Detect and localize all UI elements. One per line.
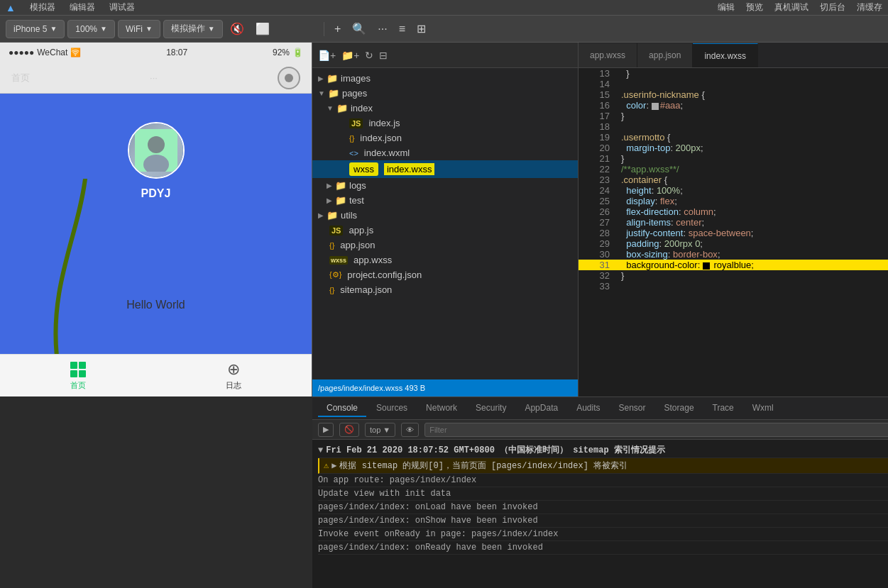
filter-input[interactable] bbox=[424, 423, 888, 437]
svg-point-1 bbox=[148, 136, 165, 153]
tree-item-pages[interactable]: ▼ 📁 pages bbox=[312, 86, 578, 101]
editor-tab-index-wxss[interactable]: index.wxss bbox=[693, 43, 758, 67]
menu-preview[interactable]: 预览 bbox=[746, 1, 763, 13]
tab-network-label: Network bbox=[426, 403, 457, 413]
code-line-18: 18 bbox=[579, 121, 888, 132]
expand-icon: ▼ bbox=[318, 445, 323, 455]
tree-item-index-js[interactable]: JS index.js bbox=[312, 116, 578, 131]
tab-console[interactable]: Console bbox=[318, 400, 366, 417]
js-file-icon: JS bbox=[349, 118, 363, 128]
tab-wxml[interactable]: Wxml bbox=[744, 400, 782, 417]
tab-storage-label: Storage bbox=[664, 403, 694, 413]
console-context-selector[interactable]: top ▼ bbox=[365, 423, 395, 437]
timestamp-text: Fri Feb 21 2020 18:07:52 GMT+0800 （中国标准时… bbox=[326, 444, 665, 456]
console-run-button[interactable]: ▶ bbox=[318, 423, 334, 437]
code-content: } bbox=[621, 68, 882, 79]
editor-tab-app-wxss[interactable]: app.wxss bbox=[579, 43, 637, 67]
more-button[interactable]: ··· bbox=[373, 21, 391, 37]
device-selector[interactable]: iPhone 5 ▼ bbox=[6, 20, 65, 38]
phone-battery-icon: 🔋 bbox=[292, 48, 303, 57]
split-button[interactable]: ⊞ bbox=[412, 21, 430, 37]
editor-tab-app-json[interactable]: app.json bbox=[637, 43, 693, 67]
code-line-31: 31 background-color: royalblue; bbox=[579, 260, 888, 270]
phone-signal-dots: ●●●●● bbox=[9, 48, 34, 57]
console-stop-button[interactable]: 🚫 bbox=[339, 423, 359, 437]
search-button[interactable]: 🔍 bbox=[348, 21, 371, 37]
phone-dots-icon: ··· bbox=[150, 72, 158, 83]
console-line-4: pages/index/index: onShow have been invo… bbox=[318, 514, 888, 528]
tree-label-app-wxss: app.wxss bbox=[353, 255, 392, 265]
code-content: margin-top: 200px; bbox=[621, 143, 882, 153]
tree-item-app-js[interactable]: JS app.js bbox=[312, 223, 578, 238]
editor-tab-label-app-wxss: app.wxss bbox=[590, 50, 625, 60]
tree-item-images[interactable]: ▶ 📁 images bbox=[312, 71, 578, 86]
tree-item-project-config[interactable]: {⚙} project.config.json bbox=[312, 267, 578, 282]
code-content: flex-direction: column; bbox=[621, 206, 882, 217]
new-folder-icon[interactable]: 📁+ bbox=[341, 50, 359, 61]
tree-label-sitemap: sitemap.json bbox=[340, 284, 392, 295]
top-menu-right: 编辑 预览 真机调试 切后台 清缓存 bbox=[718, 1, 882, 13]
folder-icon: 📁 bbox=[335, 180, 346, 191]
fullscreen-button[interactable]: ⬜ bbox=[251, 21, 274, 37]
menu-edit[interactable]: 编辑 bbox=[718, 1, 735, 13]
tree-item-index-wxss[interactable]: wxss index.wxss bbox=[312, 160, 578, 178]
menu-editor[interactable]: 编辑器 bbox=[70, 1, 95, 13]
tab-audits[interactable]: Audits bbox=[568, 400, 608, 417]
menu-clear[interactable]: 清缓存 bbox=[857, 1, 882, 13]
code-content: background-color: royalblue; bbox=[621, 260, 882, 270]
tab-trace[interactable]: Trace bbox=[704, 400, 742, 417]
collapse-icon[interactable]: ⊟ bbox=[379, 50, 388, 61]
menu-background[interactable]: 切后台 bbox=[820, 1, 845, 13]
console-text-1: On app route: pages/index/index bbox=[318, 475, 476, 485]
tree-item-index-wxml[interactable]: <> index.wxml bbox=[312, 145, 578, 160]
tab-security[interactable]: Security bbox=[467, 400, 515, 417]
tree-item-app-json[interactable]: {} app.json bbox=[312, 238, 578, 253]
tab-appdata[interactable]: AppData bbox=[516, 400, 566, 417]
folder-icon: 📁 bbox=[328, 88, 339, 99]
code-content bbox=[621, 281, 882, 292]
code-editor-area: 13 } 14 15 .userinfo-nickname { bbox=[579, 68, 888, 396]
phone-record-button[interactable] bbox=[278, 67, 300, 89]
code-line-15: 15 .userinfo-nickname { bbox=[579, 89, 888, 100]
line-number: 23 bbox=[584, 174, 610, 185]
menu-real-device[interactable]: 真机调试 bbox=[774, 1, 808, 13]
tree-item-test[interactable]: ▶ 📁 test bbox=[312, 193, 578, 208]
line-number: 21 bbox=[584, 153, 610, 164]
toolbar-separator bbox=[324, 22, 324, 36]
refresh-icon[interactable]: ↻ bbox=[365, 50, 373, 61]
console-text-3: pages/index/index: onLoad have been invo… bbox=[318, 502, 538, 512]
menu-debugger[interactable]: 调试器 bbox=[109, 1, 135, 13]
tree-item-logs[interactable]: ▶ 📁 logs bbox=[312, 178, 578, 193]
zoom-selector[interactable]: 100% ▼ bbox=[67, 20, 115, 38]
tab-network[interactable]: Network bbox=[417, 400, 466, 417]
add-button[interactable]: + bbox=[330, 21, 345, 37]
code-line-13: 13 } bbox=[579, 68, 888, 79]
tab-security-label: Security bbox=[476, 403, 506, 413]
network-selector[interactable]: WiFi ▼ bbox=[118, 20, 160, 38]
tree-item-sitemap[interactable]: {} sitemap.json bbox=[312, 282, 578, 297]
new-file-icon[interactable]: 📄+ bbox=[318, 50, 336, 61]
operation-selector[interactable]: 模拟操作 ▼ bbox=[163, 20, 223, 38]
phone-tab-home[interactable]: 首页 bbox=[0, 355, 156, 396]
code-line-20: 20 margin-top: 200px; bbox=[579, 143, 888, 153]
menu-simulator[interactable]: 模拟器 bbox=[30, 1, 55, 13]
tree-item-index-folder[interactable]: ▼ 📁 index bbox=[312, 101, 578, 116]
code-content: .container { bbox=[621, 174, 882, 185]
phone-tab-logs[interactable]: ⊕ 日志 bbox=[156, 355, 312, 396]
app-logo: ▲ bbox=[6, 2, 16, 13]
mute-button[interactable]: 🔇 bbox=[226, 21, 248, 37]
code-content: display: flex; bbox=[621, 196, 882, 206]
layout-button[interactable]: ≡ bbox=[395, 21, 410, 37]
code-content: .usermotto { bbox=[621, 132, 882, 143]
tab-storage[interactable]: Storage bbox=[656, 400, 703, 417]
phone-avatar bbox=[128, 122, 185, 179]
code-line-33: 33 bbox=[579, 281, 888, 292]
tree-item-app-wxss[interactable]: wxss app.wxss bbox=[312, 253, 578, 267]
tab-sources[interactable]: Sources bbox=[368, 400, 416, 417]
wxss-file-icon-highlight: wxss bbox=[349, 162, 378, 176]
tree-item-index-json[interactable]: {} index.json bbox=[312, 131, 578, 145]
phone-tab-logs-label: 日志 bbox=[226, 380, 241, 391]
console-eye-button[interactable]: 👁 bbox=[401, 423, 419, 437]
tab-sensor[interactable]: Sensor bbox=[610, 400, 654, 417]
tree-item-utils[interactable]: ▶ 📁 utils bbox=[312, 208, 578, 223]
